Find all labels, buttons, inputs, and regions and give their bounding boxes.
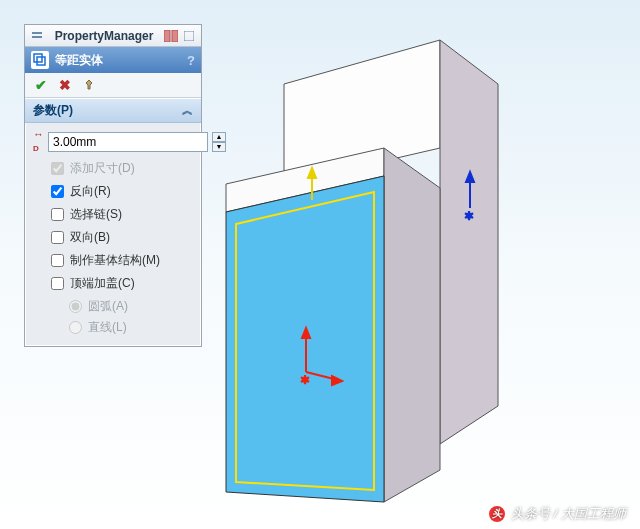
select-chain-label: 选择链(S): [70, 206, 122, 223]
add-dimensions-label: 添加尺寸(D): [70, 160, 135, 177]
panel-collapse-icon[interactable]: [181, 28, 197, 44]
add-dimensions-checkbox: [51, 162, 64, 175]
svg-rect-21: [172, 30, 178, 42]
reverse-label: 反向(R): [70, 183, 111, 200]
property-manager-panel: PropertyManager 等距实体 ? ✔ ✖ 参数(P) ︽ ↔D ▲: [24, 24, 202, 347]
feature-header: 等距实体 ?: [25, 47, 201, 73]
select-chain-checkbox[interactable]: [51, 208, 64, 221]
svg-rect-19: [32, 36, 42, 38]
offset-distance-input[interactable]: [48, 132, 208, 152]
line-label: 直线(L): [88, 319, 127, 336]
svg-marker-3: [226, 148, 384, 212]
reverse-checkbox[interactable]: [51, 185, 64, 198]
action-bar: ✔ ✖: [25, 73, 201, 98]
feature-name: 等距实体: [55, 52, 103, 69]
svg-marker-9: [302, 328, 310, 338]
spin-up-button[interactable]: ▲: [212, 132, 226, 142]
svg-marker-16: [466, 172, 474, 182]
base-construction-checkbox[interactable]: [51, 254, 64, 267]
svg-rect-20: [164, 30, 170, 42]
cap-ends-checkbox[interactable]: [51, 277, 64, 290]
svg-marker-4: [384, 148, 440, 502]
bidirectional-label: 双向(B): [70, 229, 110, 246]
panel-titlebar: PropertyManager: [25, 25, 201, 47]
svg-line-10: [306, 372, 338, 380]
svg-marker-0: [284, 40, 440, 184]
panel-layout-icon[interactable]: [163, 28, 179, 44]
reverse-checkbox-row[interactable]: 反向(R): [33, 183, 193, 200]
dimension-icon: ↔D: [33, 129, 44, 154]
svg-marker-14: [308, 168, 316, 178]
bidirectional-checkbox[interactable]: [51, 231, 64, 244]
base-construction-label: 制作基体结构(M): [70, 252, 160, 269]
cap-ends-radio-group: 圆弧(A) 直线(L): [33, 298, 193, 336]
svg-rect-18: [32, 32, 42, 34]
cap-ends-label: 顶端加盖(C): [70, 275, 135, 292]
add-dimensions-checkbox-row: 添加尺寸(D): [33, 160, 193, 177]
line-radio: [69, 321, 82, 334]
svg-text:✶: ✶: [464, 209, 474, 223]
params-section-body: ↔D ▲ ▼ 添加尺寸(D) 反向(R) 选择链(S) 双向(B) 制作基体结构…: [25, 123, 201, 346]
ok-button[interactable]: ✔: [33, 77, 49, 93]
svg-rect-22: [184, 31, 194, 41]
pin-button[interactable]: [81, 77, 97, 93]
select-chain-checkbox-row[interactable]: 选择链(S): [33, 206, 193, 223]
cancel-button[interactable]: ✖: [57, 77, 73, 93]
offset-distance-row: ↔D ▲ ▼: [33, 129, 193, 154]
params-section-header[interactable]: 参数(P) ︽: [25, 98, 201, 123]
base-construction-checkbox-row[interactable]: 制作基体结构(M): [33, 252, 193, 269]
arc-label: 圆弧(A): [88, 298, 128, 315]
help-icon[interactable]: ?: [187, 53, 195, 68]
svg-rect-23: [34, 54, 42, 62]
panel-title: PropertyManager: [47, 29, 161, 43]
bidirectional-checkbox-row[interactable]: 双向(B): [33, 229, 193, 246]
svg-marker-11: [332, 376, 342, 385]
spin-down-button[interactable]: ▼: [212, 142, 226, 152]
panel-menu-icon[interactable]: [29, 28, 45, 44]
distance-spinner: ▲ ▼: [212, 132, 226, 152]
svg-text:✶: ✶: [300, 373, 310, 387]
arc-radio: [69, 300, 82, 313]
watermark-text: 头条号 / 大国工程师: [511, 505, 626, 523]
chevron-up-icon: ︽: [182, 103, 193, 118]
offset-entities-icon: [31, 51, 49, 69]
watermark-logo-icon: 头: [489, 506, 505, 522]
svg-marker-7: [236, 192, 374, 490]
svg-marker-5: [226, 176, 384, 502]
svg-marker-1: [440, 40, 498, 444]
line-radio-row: 直线(L): [69, 319, 193, 336]
params-header-label: 参数(P): [33, 102, 73, 119]
watermark: 头 头条号 / 大国工程师: [489, 505, 626, 523]
svg-rect-24: [37, 57, 45, 65]
cap-ends-checkbox-row[interactable]: 顶端加盖(C): [33, 275, 193, 292]
arc-radio-row: 圆弧(A): [69, 298, 193, 315]
